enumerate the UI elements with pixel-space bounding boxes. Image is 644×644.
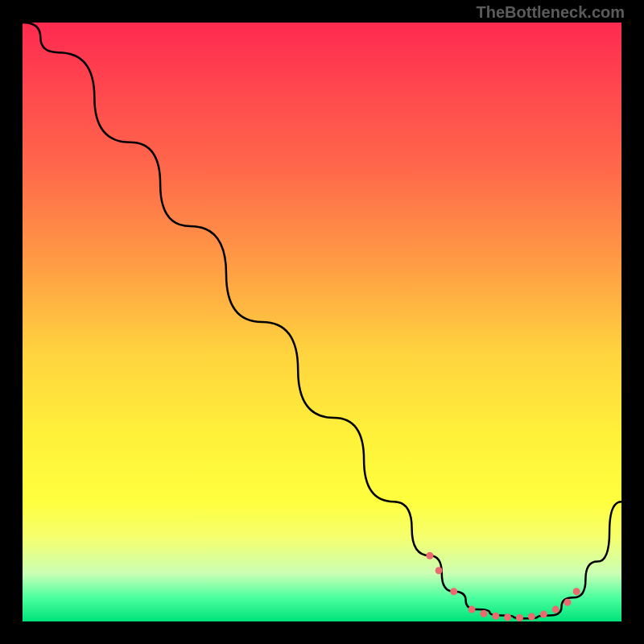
marker-dot: [426, 552, 433, 559]
marker-dot: [492, 613, 499, 620]
marker-dot: [528, 613, 535, 621]
chart-svg: [23, 23, 621, 621]
marker-dot: [450, 588, 457, 595]
chart-container: TheBottleneck.com: [0, 0, 644, 644]
marker-dot: [552, 606, 559, 613]
marker-dot: [564, 599, 572, 606]
highlight-markers: [426, 552, 580, 621]
marker-dot: [573, 588, 580, 595]
attribution-label: TheBottleneck.com: [477, 3, 625, 22]
bottleneck-curve-path: [23, 23, 621, 618]
marker-dot: [436, 567, 443, 574]
marker-dot: [480, 610, 487, 617]
marker-dot: [516, 614, 523, 621]
marker-dot: [540, 611, 547, 618]
marker-dot: [469, 606, 476, 613]
marker-dot: [504, 613, 511, 621]
plot-area: [23, 23, 621, 621]
